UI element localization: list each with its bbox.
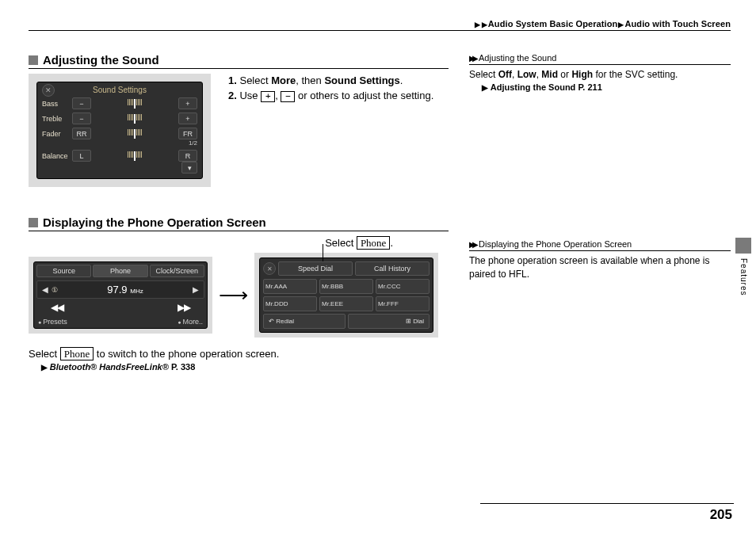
balance-right-button[interactable]: R bbox=[178, 150, 197, 162]
section-heading-sound: Adjusting the Sound bbox=[29, 53, 449, 69]
source-tab[interactable]: Source bbox=[36, 265, 91, 277]
redial-button[interactable]: ↶ Redial bbox=[263, 314, 346, 329]
seek-back-icon[interactable]: ◀◀ bbox=[51, 302, 63, 313]
square-bullet-icon bbox=[29, 218, 38, 227]
treble-plus-button[interactable]: + bbox=[178, 113, 197, 124]
section-heading-phone: Displaying the Phone Operation Screen bbox=[29, 216, 449, 231]
footer-instruction: Select Phone to switch to the phone oper… bbox=[29, 347, 449, 360]
close-icon[interactable]: ✕ bbox=[263, 262, 276, 275]
phone-screenshot: ✕ Speed Dial Call History Mr.AAA Mr.BBB … bbox=[254, 253, 438, 338]
dial-button[interactable]: ⊞ Dial bbox=[348, 314, 430, 329]
section-tab: Features bbox=[735, 238, 751, 296]
contact-button[interactable]: Mr.FFF bbox=[376, 296, 430, 311]
steps-text: 1. Select More, then Sound Settings. 2. … bbox=[228, 74, 433, 104]
clock-screen-tab[interactable]: Clock/Screen bbox=[150, 265, 204, 277]
speed-dial-tab[interactable]: Speed Dial bbox=[278, 261, 353, 276]
cross-reference: Bluetooth® HandsFreeLink® P. 338 bbox=[41, 362, 449, 372]
minus-key-icon: − bbox=[281, 91, 295, 102]
contact-button[interactable]: Mr.EEE bbox=[319, 296, 373, 311]
tune-left-icon[interactable]: ◀ bbox=[42, 285, 48, 294]
sidebar-heading: Displaying the Phone Operation Screen bbox=[469, 239, 731, 251]
sound-settings-title: Sound Settings bbox=[93, 86, 147, 94]
phone-callout: Select Phone. bbox=[29, 236, 449, 250]
sidebar-heading: Adjusting the Sound bbox=[469, 53, 731, 65]
square-bullet-icon bbox=[29, 55, 38, 65]
fader-front-button[interactable]: FR bbox=[178, 128, 197, 139]
fader-rear-button[interactable]: RR bbox=[72, 128, 91, 139]
phone-label-button: Phone bbox=[60, 347, 94, 360]
breadcrumb: Audio System Basic OperationAudio with T… bbox=[29, 19, 731, 30]
scroll-down-icon[interactable]: ▾ bbox=[181, 162, 197, 174]
frequency-readout: 97.9 MHz bbox=[58, 284, 193, 296]
footer-rule bbox=[480, 503, 734, 504]
sidebar-body: Select Off, Low, Mid or High for the SVC… bbox=[469, 68, 731, 93]
treble-minus-button[interactable]: − bbox=[72, 113, 91, 124]
radio-screenshot: Source Phone Clock/Screen ◀ ① 97.9 MHz ▶… bbox=[29, 257, 212, 334]
sound-settings-screenshot: ✕ Sound Settings Bass − + Treble − bbox=[29, 74, 211, 187]
contact-button[interactable]: Mr.CCC bbox=[376, 279, 430, 294]
balance-left-button[interactable]: L bbox=[72, 150, 91, 162]
sidebar-body: The phone operation screen is available … bbox=[469, 254, 731, 281]
call-history-tab[interactable]: Call History bbox=[355, 261, 430, 276]
bass-minus-button[interactable]: − bbox=[72, 97, 91, 109]
close-icon[interactable]: ✕ bbox=[42, 84, 55, 97]
plus-key-icon: + bbox=[261, 91, 275, 102]
seek-fwd-icon[interactable]: ▶▶ bbox=[178, 302, 190, 313]
presets-button[interactable]: Presets bbox=[38, 318, 67, 326]
sidebar-cross-reference: Adjusting the Sound P. 211 bbox=[482, 82, 731, 93]
bass-plus-button[interactable]: + bbox=[178, 97, 197, 109]
contact-button[interactable]: Mr.DDD bbox=[263, 296, 317, 311]
phone-label-button: Phone bbox=[357, 236, 391, 250]
phone-tab[interactable]: Phone bbox=[93, 265, 147, 277]
page-number: 205 bbox=[710, 507, 732, 523]
tune-right-icon[interactable]: ▶ bbox=[193, 285, 199, 294]
contact-button[interactable]: Mr.BBB bbox=[319, 279, 373, 294]
header-rule bbox=[29, 30, 731, 31]
transition-arrow-icon: ⟶ bbox=[219, 283, 248, 307]
more-button[interactable]: More.. bbox=[178, 318, 203, 326]
page-indicator: 1/2 bbox=[42, 139, 197, 147]
contact-button[interactable]: Mr.AAA bbox=[263, 279, 317, 294]
